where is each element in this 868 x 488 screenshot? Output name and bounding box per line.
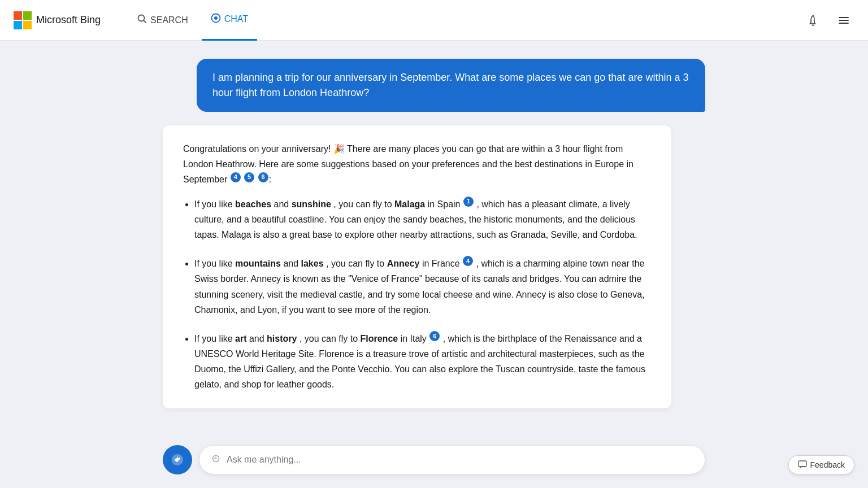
ai-intro-paragraph: Congratulations on your anniversary! 🎉 T… xyxy=(183,141,651,188)
nav-chat[interactable]: CHAT xyxy=(202,0,257,41)
svg-rect-3 xyxy=(23,21,32,29)
keyword-sunshine: sunshine xyxy=(292,199,331,209)
notifications-button[interactable] xyxy=(802,10,824,31)
chat-input[interactable] xyxy=(227,455,693,465)
main-nav: SEARCH CHAT xyxy=(128,0,257,41)
search-nav-icon xyxy=(137,14,147,27)
main-content: I am planning a trip for our anniversary… xyxy=(0,41,868,488)
city-annecy: Annecy xyxy=(387,259,420,268)
input-area xyxy=(0,436,868,488)
svg-point-7 xyxy=(214,16,218,20)
ref-badge-6a[interactable]: 6 xyxy=(258,172,268,182)
search-input-wrapper[interactable] xyxy=(199,445,705,474)
keyword-beaches: beaches xyxy=(235,199,271,209)
feedback-label: Feedback xyxy=(810,460,845,469)
copilot-button[interactable] xyxy=(163,445,192,474)
nav-search[interactable]: SEARCH xyxy=(128,0,197,41)
keyword-art: art xyxy=(235,334,246,343)
ms-logo-icon xyxy=(14,11,32,29)
ref-badge-1[interactable]: 1 xyxy=(463,197,474,207)
chat-nav-icon xyxy=(211,13,221,26)
city-florence: Florence xyxy=(360,334,398,343)
keyword-history: history xyxy=(267,334,297,343)
hamburger-menu-button[interactable] xyxy=(833,10,854,31)
city-malaga: Malaga xyxy=(394,199,425,209)
hamburger-icon xyxy=(837,14,850,27)
input-inner xyxy=(163,445,705,474)
chat-container: I am planning a trip for our anniversary… xyxy=(163,59,705,408)
svg-point-12 xyxy=(215,457,217,460)
ref-badge-4[interactable]: 4 xyxy=(231,172,241,182)
nav-chat-label: CHAT xyxy=(224,14,248,24)
bell-icon xyxy=(807,14,819,27)
feedback-button[interactable]: Feedback xyxy=(788,455,854,474)
ai-response-card: Congratulations on your anniversary! 🎉 T… xyxy=(163,125,671,408)
ref-badge-6b[interactable]: 6 xyxy=(429,331,440,341)
header-actions xyxy=(802,10,854,31)
destinations-list: If you like beaches and sunshine , you c… xyxy=(194,197,651,393)
svg-rect-13 xyxy=(798,461,806,467)
copilot-icon xyxy=(170,452,185,468)
destination-malaga: If you like beaches and sunshine , you c… xyxy=(194,197,651,243)
ref-badge-4b[interactable]: 4 xyxy=(463,256,473,266)
ref-badge-5[interactable]: 5 xyxy=(244,172,254,182)
svg-rect-0 xyxy=(14,11,22,20)
svg-rect-1 xyxy=(23,11,32,20)
feedback-icon xyxy=(798,460,807,469)
destination-annecy: If you like mountains and lakes , you ca… xyxy=(194,256,651,317)
user-message-text: I am planning a trip for our anniversary… xyxy=(212,72,688,98)
svg-rect-2 xyxy=(14,21,22,29)
svg-line-5 xyxy=(144,20,146,23)
user-message: I am planning a trip for our anniversary… xyxy=(197,59,705,112)
logo[interactable]: Microsoft Bing xyxy=(14,11,101,29)
logo-text: Microsoft Bing xyxy=(36,14,101,26)
header: Microsoft Bing SEARCH CHAT xyxy=(0,0,868,41)
keyword-mountains: mountains xyxy=(235,259,281,268)
nav-search-label: SEARCH xyxy=(150,15,188,25)
destination-florence: If you like art and history , you can fl… xyxy=(194,331,651,393)
keyword-lakes: lakes xyxy=(301,259,324,268)
input-search-icon xyxy=(211,454,221,467)
